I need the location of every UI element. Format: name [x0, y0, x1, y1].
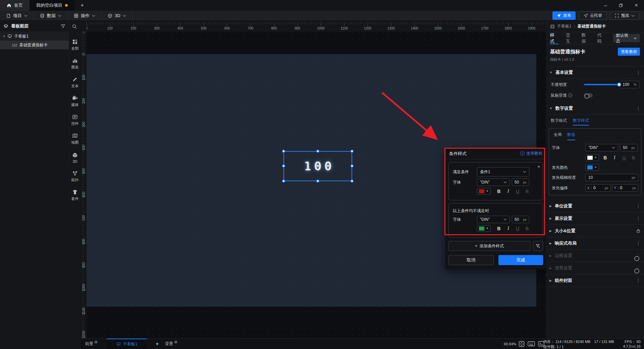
section-display-settings[interactable]: ▶ 展示设置 ⋮	[546, 212, 644, 225]
lock-icon[interactable]	[636, 229, 641, 233]
italic-button[interactable]: I	[505, 226, 512, 231]
bold-button[interactable]: B	[495, 226, 502, 231]
section-basic-settings[interactable]: ▼ 基本设置 ⋮	[546, 66, 644, 79]
glow-color-picker[interactable]: ▼	[585, 164, 599, 171]
breadcrumb-board[interactable]: 子看板1	[557, 23, 572, 29]
glow-blur-input[interactable]: 10 px	[585, 174, 638, 181]
layer-row-component[interactable]: 123 基础普通指标卡	[0, 41, 69, 49]
background-button[interactable]: 背景 ⊕	[165, 339, 177, 349]
rail-item-3d[interactable]: 3D	[69, 148, 81, 167]
selection-handle[interactable]	[282, 150, 285, 153]
underline-button[interactable]: U	[514, 189, 521, 194]
kebab-menu-icon[interactable]: ⋮	[636, 278, 641, 283]
underline-button[interactable]: U	[621, 155, 628, 160]
add-condition-button[interactable]: + 添加条件样式	[448, 241, 530, 251]
underline-button[interactable]: U	[514, 226, 521, 231]
rail-item-map[interactable]: 地图	[69, 130, 81, 148]
section-border-settings[interactable]: ▶ 边框设置 ⋮	[546, 250, 644, 262]
menu-operate[interactable]: 操作	[68, 11, 102, 20]
canvas-viewport[interactable]: 0100200300400500600700800900100011001200…	[80, 21, 546, 338]
keyboard-icon[interactable]	[528, 341, 535, 347]
strikethrough-button[interactable]: S	[524, 189, 531, 194]
kebab-menu-icon[interactable]: ⋮	[636, 70, 641, 75]
confirm-button[interactable]: 完成	[498, 255, 543, 265]
tab-project[interactable]: 我的空白项目	[30, 0, 74, 11]
kebab-menu-icon[interactable]: ⋮	[636, 241, 641, 246]
close-button[interactable]: ×	[629, 0, 644, 11]
tab-style[interactable]: 样式	[550, 32, 558, 44]
cancel-button[interactable]: 取消	[448, 255, 494, 265]
font-size-input[interactable]: 50 px	[512, 179, 529, 186]
section-unit-settings[interactable]: ▶ 单位设置 ⋮	[546, 200, 644, 212]
selection-handle[interactable]	[351, 180, 354, 183]
circle-plus-icon[interactable]: ⊕	[94, 340, 98, 344]
offset-x-input[interactable]: X 0 px	[585, 184, 611, 192]
state-dropdown[interactable]: 默认状态	[613, 34, 640, 42]
search-icon[interactable]	[72, 24, 77, 29]
menu-data[interactable]: 数据	[34, 11, 68, 20]
tab-number-format[interactable]: 数字格式	[551, 118, 567, 126]
menu-project[interactable]: 项目	[0, 11, 34, 20]
zoom-level[interactable]: 69.84%	[504, 339, 516, 349]
bold-button[interactable]: B	[495, 189, 502, 194]
strikethrough-button[interactable]: S	[630, 155, 637, 160]
rail-item-suite[interactable]: 套件	[69, 186, 81, 205]
kebab-menu-icon[interactable]: ⋮	[636, 106, 641, 111]
font-select[interactable]: "DIN"	[585, 144, 618, 151]
minimize-button[interactable]: ─	[598, 0, 613, 11]
rail-item-chart[interactable]: 图表	[69, 54, 81, 73]
condition-select[interactable]: 条件1	[477, 167, 529, 177]
tab-global[interactable]: 全局	[554, 132, 562, 140]
section-responsive-layout[interactable]: ▶ 响应式布局 ⋮	[546, 237, 644, 250]
filter-add-button[interactable]	[533, 241, 543, 251]
selection-handle[interactable]	[282, 180, 285, 183]
foreground-button[interactable]: 前景 ⊕	[85, 339, 98, 349]
filter-icon[interactable]	[61, 24, 65, 29]
preview-button[interactable]: 预览	[610, 11, 639, 20]
section-component-cover[interactable]: ▶ 组件封面 ⋮	[546, 275, 644, 287]
kebab-menu-icon[interactable]: ⋮	[636, 265, 641, 271]
selection-handle[interactable]	[351, 164, 354, 167]
font-select[interactable]: "DIN"	[477, 216, 510, 223]
rail-item-widget[interactable]: 控件	[69, 111, 81, 130]
mouse-through-toggle[interactable]	[584, 93, 593, 98]
caret-down-icon[interactable]: ▾	[3, 35, 5, 38]
font-size-input[interactable]: 50 px	[512, 216, 529, 223]
tutorial-link[interactable]: ? 使用教程	[520, 151, 542, 156]
italic-button[interactable]: I	[505, 189, 512, 194]
selection-handle[interactable]	[316, 180, 319, 183]
view-tutorial-button[interactable]: 查看教程	[618, 48, 640, 56]
strikethrough-button[interactable]: S	[524, 226, 531, 231]
fit-screen-icon[interactable]	[519, 341, 525, 347]
rail-item-all[interactable]: 全部	[69, 36, 81, 54]
cloud-hosting-button[interactable]: 云托管	[579, 11, 607, 20]
offset-y-input[interactable]: Y 0 px	[612, 184, 638, 192]
text-color-picker[interactable]: ▼	[585, 154, 599, 161]
tab-interaction[interactable]: 交互	[566, 32, 574, 44]
opacity-slider[interactable]	[584, 84, 620, 85]
selection-handle[interactable]	[316, 150, 319, 153]
kebab-menu-icon[interactable]: ⋮	[636, 216, 641, 221]
add-board-button[interactable]: +	[156, 339, 159, 349]
menu-3d[interactable]: 3D	[102, 11, 132, 20]
font-color-picker[interactable]: ▼	[477, 188, 491, 195]
italic-button[interactable]: I	[611, 155, 618, 160]
selection-handle[interactable]	[351, 150, 354, 153]
maximize-button[interactable]	[613, 0, 629, 11]
section-background-settings[interactable]: ▶ 背景设置 ⋮	[546, 262, 644, 275]
font-select[interactable]: "DIN"	[477, 179, 510, 186]
rail-item-media[interactable]: 媒体	[69, 92, 81, 111]
rail-item-topology[interactable]: 拓扑	[69, 167, 81, 186]
layer-row-board[interactable]: ▾ 子看板1	[0, 32, 69, 41]
tab-data[interactable]: 数据	[582, 32, 590, 44]
publish-button[interactable]: 发布	[552, 11, 576, 20]
opacity-input[interactable]: 100 %	[620, 81, 639, 88]
font-color-picker[interactable]: ▼	[477, 225, 491, 232]
tab-code[interactable]: 代码	[597, 32, 606, 44]
close-icon[interactable]: ×	[537, 164, 540, 169]
kebab-menu-icon[interactable]: ⋮	[636, 203, 641, 209]
indicator-card-component[interactable]: 100	[283, 151, 352, 181]
section-size-position[interactable]: ▶ 大小&位置	[546, 225, 644, 237]
new-tab-button[interactable]: +	[74, 0, 90, 11]
tab-home[interactable]: 首页	[0, 0, 30, 11]
